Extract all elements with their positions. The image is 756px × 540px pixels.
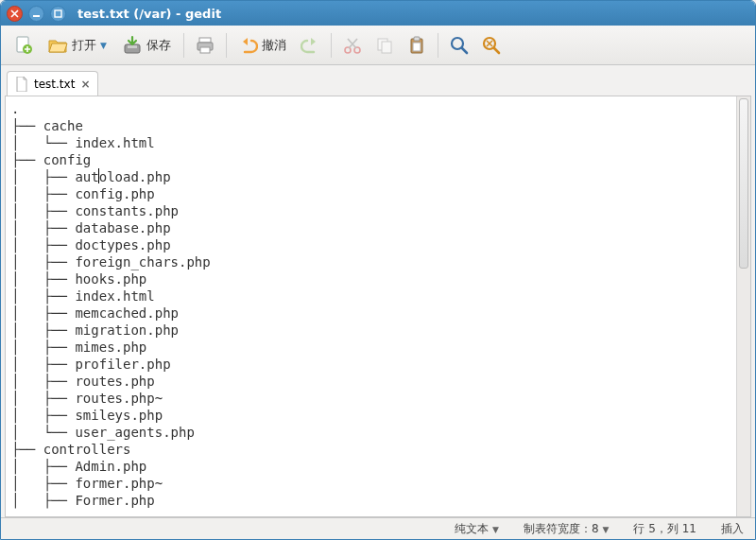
open-dropdown-arrow[interactable]: ▼ xyxy=(100,41,107,50)
svg-rect-4 xyxy=(128,45,137,48)
new-file-button[interactable] xyxy=(9,30,39,61)
text-editor[interactable]: . ├── cache │ └── index.html ├── config … xyxy=(6,96,736,516)
svg-rect-14 xyxy=(413,43,421,51)
svg-rect-7 xyxy=(200,47,210,53)
tab-width-label: 制表符宽度：8 xyxy=(524,521,599,537)
window-close-button[interactable] xyxy=(7,6,23,22)
svg-rect-13 xyxy=(414,37,420,41)
save-label: 保存 xyxy=(146,37,171,54)
toolbar-separator xyxy=(331,33,332,58)
toolbar-separator xyxy=(438,33,438,58)
undo-button[interactable]: 撤消 xyxy=(232,30,293,61)
main-toolbar: 打开 ▼ 保存 撤消 xyxy=(1,26,755,65)
tab-bar: test.txt × xyxy=(1,67,755,96)
copy-button[interactable] xyxy=(369,30,400,61)
svg-rect-0 xyxy=(55,10,61,17)
redo-button[interactable] xyxy=(295,30,325,61)
open-label: 打开 xyxy=(72,37,96,54)
svg-rect-5 xyxy=(199,38,211,43)
title-bar: test.txt (/var) - gedit xyxy=(1,1,755,26)
chevron-down-icon: ▼ xyxy=(603,525,610,534)
open-button[interactable]: 打开 ▼ xyxy=(41,30,113,61)
status-bar: 纯文本 ▼ 制表符宽度：8 ▼ 行 5，列 11 插入 xyxy=(1,517,755,540)
undo-label: 撤消 xyxy=(262,37,286,54)
toolbar-separator xyxy=(183,33,184,58)
window-minimize-button[interactable] xyxy=(28,6,44,22)
tab-close-button[interactable]: × xyxy=(80,78,90,91)
find-replace-button[interactable] xyxy=(476,30,507,61)
chevron-down-icon: ▼ xyxy=(492,525,499,534)
vertical-scrollbar[interactable] xyxy=(736,96,750,516)
text-caret xyxy=(98,168,99,183)
tab-width-selector[interactable]: 制表符宽度：8 ▼ xyxy=(524,521,610,537)
toolbar-separator xyxy=(226,33,227,58)
editor-area: . ├── cache │ └── index.html ├── config … xyxy=(5,96,751,517)
window-maximize-button[interactable] xyxy=(50,6,66,22)
print-button[interactable] xyxy=(190,30,220,61)
tab-label: test.txt xyxy=(34,78,75,91)
document-tab[interactable]: test.txt × xyxy=(7,71,98,96)
insert-mode[interactable]: 插入 xyxy=(721,521,744,537)
paste-button[interactable] xyxy=(402,30,432,61)
cut-button[interactable] xyxy=(337,30,368,61)
file-icon xyxy=(15,77,28,92)
window-title: test.txt (/var) - gedit xyxy=(77,7,221,21)
scrollbar-thumb[interactable] xyxy=(739,98,748,269)
save-button[interactable]: 保存 xyxy=(115,30,178,61)
svg-rect-11 xyxy=(382,42,391,53)
cursor-position: 行 5，列 11 xyxy=(633,521,696,537)
find-button[interactable] xyxy=(444,30,474,61)
syntax-mode-selector[interactable]: 纯文本 ▼ xyxy=(455,521,499,537)
syntax-mode-label: 纯文本 xyxy=(455,521,489,537)
